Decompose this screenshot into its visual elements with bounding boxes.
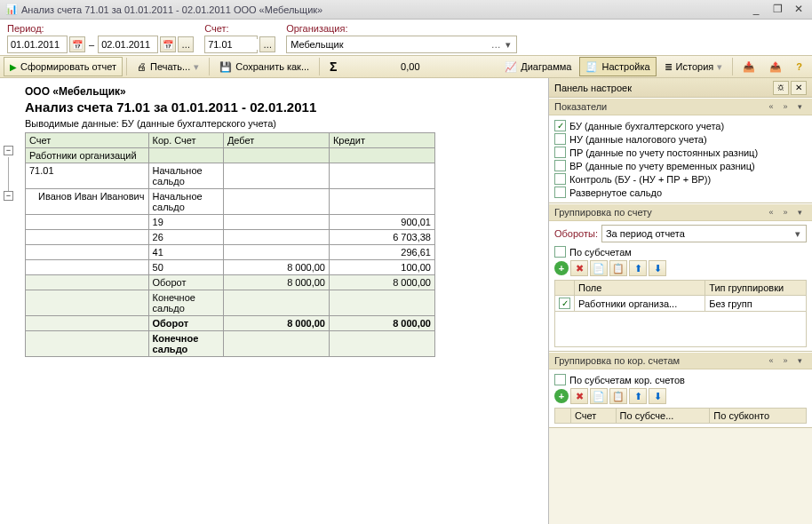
sum-button[interactable]: Σ <box>323 57 343 76</box>
save-as-button[interactable]: 💾Сохранить как... <box>213 57 315 76</box>
copy-button[interactable]: 📄 <box>590 260 608 276</box>
group-kor-next-icon[interactable]: » <box>778 356 792 365</box>
delete-row-button[interactable]: ✖ <box>570 260 588 276</box>
misc-button-1[interactable]: 📥 <box>736 57 761 76</box>
indicator-checkbox[interactable] <box>554 120 566 131</box>
org-label: Организация: <box>286 23 517 34</box>
chart-icon: 📈 <box>505 61 517 73</box>
kor-move-down-button[interactable]: ⬇ <box>649 388 666 404</box>
indicator-checkbox[interactable] <box>554 187 566 198</box>
org-dropdown[interactable]: Мебельщик … ▾ <box>286 36 517 53</box>
table-row: 19900,01 <box>26 215 435 230</box>
org-clear-icon[interactable]: … <box>490 39 502 50</box>
org-value: Мебельщик <box>291 39 490 50</box>
indicator-label: НУ (данные налогового учета) <box>569 134 707 145</box>
period-label: Период: <box>7 23 194 34</box>
kor-move-up-button[interactable]: ⬆ <box>629 388 647 404</box>
diagram-button[interactable]: 📈Диаграмма <box>498 57 577 76</box>
date-from-input[interactable] <box>11 39 64 50</box>
group-acct-collapse-icon[interactable]: ▾ <box>792 208 807 217</box>
period-picker-button[interactable]: … <box>178 36 194 52</box>
grid-col-type: Тип группировки <box>705 281 807 296</box>
group-acct-next-icon[interactable]: » <box>778 208 792 217</box>
paste-button[interactable]: 📋 <box>609 260 627 276</box>
table-row: 266 703,38 <box>26 230 435 245</box>
tree-collapse-2[interactable]: − <box>4 191 13 201</box>
indicator-checkbox[interactable] <box>554 160 566 171</box>
table-row: Оборот8 000,008 000,00 <box>26 316 435 331</box>
parameters-bar: Период: 📅 – 📅 … Счет: … Организация: Меб… <box>0 20 812 55</box>
kor-col-subk: По субконто <box>710 409 807 424</box>
indicator-row: ВР (данные по учету временных разниц) <box>554 159 807 172</box>
date-to-calendar-icon[interactable]: 📅 <box>160 36 176 52</box>
date-to-input[interactable] <box>101 39 155 50</box>
close-button[interactable]: ✕ <box>791 4 807 16</box>
window-title: Анализ счета 71.01 за 01.01.2011 - 02.01… <box>21 4 748 15</box>
account-picker-button[interactable]: … <box>259 36 275 52</box>
panel-options-button[interactable]: ⛭ <box>773 81 789 95</box>
report-subtitle: Выводимые данные: БУ (данные бухгалтерск… <box>25 118 541 129</box>
toolbar: ▶Сформировать отчет 🖨Печать...▾ 💾Сохрани… <box>0 55 812 78</box>
indicators-title: Показатели <box>554 101 764 112</box>
kor-delete-button[interactable]: ✖ <box>570 388 588 404</box>
account-input[interactable] <box>208 39 261 50</box>
misc-button-2[interactable]: 📤 <box>763 57 788 76</box>
print-button[interactable]: 🖨Печать...▾ <box>131 57 205 76</box>
app-icon: 📊 <box>5 4 18 16</box>
indicator-label: Развернутое сальдо <box>569 187 662 198</box>
indicator-row: Контроль (БУ - (НУ + ПР + ВР)) <box>554 172 807 186</box>
help-icon: ? <box>796 61 802 72</box>
settings-button[interactable]: 🧾Настройка <box>579 57 656 76</box>
grid-row-type[interactable]: Без групп <box>705 296 807 312</box>
kor-by-sub-checkbox[interactable] <box>554 374 566 385</box>
kor-col-acct: Счет <box>571 409 617 424</box>
turnover-label: Обороты: <box>554 228 598 239</box>
indicators-collapse-icon[interactable]: ▾ <box>792 102 807 111</box>
kor-add-button[interactable]: + <box>554 389 569 403</box>
table-row: 71.01Начальное сальдо <box>26 163 435 189</box>
chevron-down-icon[interactable]: ▾ <box>502 39 514 51</box>
list-icon: ≣ <box>665 61 673 73</box>
window-titlebar: 📊 Анализ счета 71.01 за 01.01.2011 - 02.… <box>0 0 812 20</box>
table-row: Оборот8 000,008 000,00 <box>26 275 435 290</box>
turnover-dropdown[interactable]: За период отчета ▾ <box>601 225 807 242</box>
table-row: Конечное сальдо <box>26 331 435 357</box>
move-up-button[interactable]: ⬆ <box>629 260 647 276</box>
minimize-button[interactable]: _ <box>748 4 764 16</box>
settings-panel-title: Панель настроек <box>554 83 771 93</box>
generate-report-button[interactable]: ▶Сформировать отчет <box>4 57 123 76</box>
group-kor-grid[interactable]: СчетПо субсче...По субконто <box>554 408 807 424</box>
indicator-row: НУ (данные налогового учета) <box>554 132 807 146</box>
indicator-label: Контроль (БУ - (НУ + ПР + ВР)) <box>569 174 711 185</box>
table-row: 508 000,00100,00 <box>26 260 435 275</box>
group-acct-title: Группировка по счету <box>554 207 764 218</box>
sigma-icon: Σ <box>330 60 337 74</box>
chevron-down-icon[interactable]: ▾ <box>792 228 804 240</box>
tree-collapse-1[interactable]: − <box>4 146 13 155</box>
by-subaccounts-checkbox[interactable] <box>554 246 566 258</box>
group-acct-prev-icon[interactable]: « <box>764 208 778 217</box>
move-down-button[interactable]: ⬇ <box>649 260 666 276</box>
company-name: ООО «Мебельщик» <box>25 85 541 98</box>
help-button[interactable]: ? <box>790 57 808 76</box>
history-button[interactable]: ≣История▾ <box>658 57 729 76</box>
outline-tree: − − <box>4 146 20 202</box>
group-kor-prev-icon[interactable]: « <box>764 356 778 365</box>
group-acct-grid[interactable]: ПолеТип группировки Работники организа..… <box>554 280 807 347</box>
grid-row-checkbox[interactable] <box>559 298 570 309</box>
panel-close-button[interactable]: ✕ <box>791 81 807 95</box>
restore-button[interactable]: ❐ <box>769 4 785 16</box>
indicators-prev-icon[interactable]: « <box>764 102 778 111</box>
indicator-checkbox[interactable] <box>554 147 566 158</box>
add-row-button[interactable]: + <box>554 261 569 275</box>
indicator-checkbox[interactable] <box>554 133 566 145</box>
date-from-calendar-icon[interactable]: 📅 <box>69 36 85 52</box>
indicator-label: ВР (данные по учету временных разниц) <box>569 161 755 171</box>
grid-row-field[interactable]: Работники организа... <box>575 296 705 312</box>
kor-paste-button[interactable]: 📋 <box>609 388 627 404</box>
indicator-checkbox[interactable] <box>554 173 566 185</box>
indicator-label: ПР (данные по учету постоянных разниц) <box>569 147 758 158</box>
kor-copy-button[interactable]: 📄 <box>590 388 608 404</box>
group-kor-collapse-icon[interactable]: ▾ <box>792 356 807 365</box>
indicators-next-icon[interactable]: » <box>778 102 792 111</box>
